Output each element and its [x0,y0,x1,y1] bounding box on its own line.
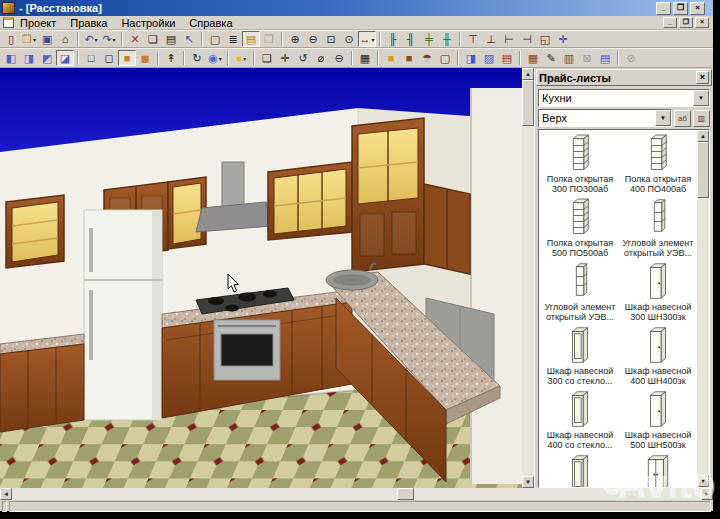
door-editor-button[interactable]: ▤ [498,50,516,66]
dropdown-arrow-icon[interactable]: ▾ [95,36,98,43]
scroll-up-icon[interactable]: ▲ [697,130,709,142]
save-button[interactable]: ▣ [38,31,56,47]
home-button[interactable]: ⌂ [56,31,74,47]
zoom-window-button[interactable]: ⊡ [322,31,340,47]
paste-button[interactable]: ▤ [162,31,180,47]
minimize-button[interactable]: _ [656,2,671,15]
stairs-editor-button[interactable]: ▨ [480,50,498,66]
menu-item[interactable]: Правка [70,17,107,29]
mdi-close-button[interactable]: × [695,17,709,28]
catalog-item[interactable]: Угловой элемент открытый УЭВ... [619,196,697,260]
close-button[interactable]: × [690,2,705,15]
catalog-item[interactable]: Полка открытая 500 ПО500аб [541,196,619,260]
dropdown-arrow-icon[interactable]: ▾ [219,55,222,62]
catalog-item[interactable]: Шкаф навесной 300 ШН300зк [619,260,697,324]
align-right-edges-button[interactable]: ╢ [402,31,420,47]
scene-light-button[interactable]: ☂ [418,50,436,66]
scroll-left-icon[interactable]: ◄ [0,488,12,500]
view-cube-se-button[interactable]: ◪ [56,50,74,66]
hscroll-thumb[interactable] [397,488,414,500]
material-wood-button[interactable]: ■ [400,50,418,66]
sort-button[interactable]: аб [674,110,691,127]
snap-right-button[interactable]: ⊣ [518,31,536,47]
copy-button[interactable]: ❏ [144,31,162,47]
restore-button[interactable]: ❐ [673,2,688,15]
region-edit-button[interactable]: ▢ [436,50,454,66]
move-object-button[interactable]: ✛ [276,50,294,66]
orbit-camera-button[interactable]: ↻ [188,50,206,66]
catalog-item[interactable]: Полка открытая 300 ПО300аб [541,132,619,196]
view-mode-button[interactable]: ▥ [693,110,710,127]
catalog-vscrollbar[interactable]: ▲ ▼ [697,130,709,487]
rotate-axis-y-button[interactable]: ⊖ [330,50,348,66]
object-list-button[interactable]: ≣ [224,31,242,47]
stop-button[interactable]: ⊘ [622,50,640,66]
menu-item[interactable]: Справка [189,17,232,29]
zoom-in-button[interactable]: ⊕ [286,31,304,47]
layers-button[interactable]: ❏ [258,50,276,66]
rotate-axis-x-button[interactable]: ⌀ [312,50,330,66]
fence-editor-button[interactable]: ▦ [524,50,542,66]
delete-button[interactable]: ✕ [126,31,144,47]
walk-mode-button[interactable]: ↟ [162,50,180,66]
catalog-item[interactable]: Шкаф навесной 300 со стекло... [541,324,619,388]
catalog-item[interactable]: Полка открытая 400 ПО400аб [619,132,697,196]
scroll-down-icon[interactable]: ▼ [522,476,534,488]
zoom-out-button[interactable]: ⊖ [304,31,322,47]
catalog-item[interactable]: Шкаф навесной 500... [541,452,619,487]
render-image-button[interactable]: ▦ [356,50,374,66]
light-toggle-button[interactable]: ●▾ [232,50,250,66]
catalog-item[interactable]: Шкаф навесной 400 со стекло... [541,388,619,452]
zoom-all-button[interactable]: ⊙ [340,31,358,47]
catalog-item[interactable]: Угловой элемент открытый УЭВ... [541,260,619,324]
view-wireframe-button[interactable]: □ [82,50,100,66]
dropdown-arrow-icon[interactable]: ▾ [371,36,374,43]
scroll-up-icon[interactable]: ▲ [522,68,534,80]
snap-bottom-button[interactable]: ⊥ [482,31,500,47]
combo-arrow-icon[interactable]: ▼ [655,110,671,126]
camera-snapshot-button[interactable]: ◉▾ [206,50,224,66]
vscroll-thumb[interactable] [522,80,534,126]
mdi-restore-button[interactable]: ❐ [679,17,693,28]
selection-frame-button[interactable]: ▢ [206,31,224,47]
redo-button[interactable]: ↷▾ [100,31,118,47]
catalog-scroll-thumb[interactable] [697,142,709,198]
price-book-button[interactable]: ▤ [242,31,260,47]
rotate-object-button[interactable]: ↺ [294,50,312,66]
viewport-hscrollbar[interactable]: ◄ ► [0,488,713,500]
view-hidden-line-button[interactable]: ◻ [100,50,118,66]
menu-item[interactable]: Настройки [121,17,175,29]
view-cube-nw-button[interactable]: ◧ [2,50,20,66]
properties-button[interactable]: ❐ [260,31,278,47]
dropdown-arrow-icon[interactable]: ▾ [243,55,246,62]
annotate-button[interactable]: ✎ [542,50,560,66]
catalog-item[interactable]: Шкаф навесной [619,452,697,487]
view-cube-sw-button[interactable]: ◩ [38,50,56,66]
section-select[interactable]: Верх ▼ [538,109,672,127]
scroll-right-icon[interactable]: ► [701,488,713,500]
dropdown-arrow-icon[interactable]: ▾ [33,36,36,43]
mdi-minimize-button[interactable]: _ [663,17,677,28]
estimate-table-button[interactable]: ▥ [560,50,578,66]
delete-grid-button[interactable]: ⊠ [578,50,596,66]
view-cube-ne-button[interactable]: ◨ [20,50,38,66]
open-project-button[interactable]: ❐▾ [20,31,38,47]
window-editor-button[interactable]: ◨ [462,50,480,66]
snap-left-button[interactable]: ⊢ [500,31,518,47]
attach-object-button[interactable]: ◱ [536,31,554,47]
combo-arrow-icon[interactable]: ▼ [693,90,709,106]
align-left-edges-button[interactable]: ╟ [384,31,402,47]
kitchen-3d-viewport[interactable] [0,68,522,488]
notes-button[interactable]: ▤ [596,50,614,66]
undo-button[interactable]: ↶▾ [82,31,100,47]
align-horizontal-button[interactable]: ╪ [420,31,438,47]
scroll-down-icon[interactable]: ▼ [697,475,709,487]
view-shaded-button[interactable]: ■ [118,50,136,66]
move-precise-button[interactable]: ✛ [554,31,572,47]
snap-top-button[interactable]: ⊤ [464,31,482,47]
measure-button[interactable]: ↔▾ [358,31,376,47]
pricelist-select[interactable]: Кухни ▼ [538,89,710,107]
viewport-vscrollbar[interactable]: ▲ ▼ [522,68,534,488]
panel-close-button[interactable]: × [696,71,709,84]
select-pointer-button[interactable]: ↖ [180,31,198,47]
